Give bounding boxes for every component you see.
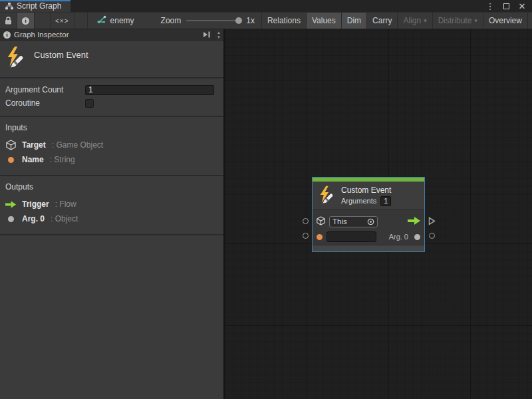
graph-nodes-icon xyxy=(97,15,106,26)
input-port-name[interactable] xyxy=(303,233,309,239)
lock-button[interactable] xyxy=(0,13,17,29)
output-port-trigger: Trigger : Flow xyxy=(5,197,218,211)
node-row-target: This xyxy=(317,215,420,227)
argument-count-label: Argument Count xyxy=(5,85,85,94)
lock-icon xyxy=(5,17,12,25)
object-value-dot-icon xyxy=(414,234,420,240)
argument-count-input[interactable] xyxy=(85,85,214,95)
node-arg0-label: Arg. 0 xyxy=(389,233,408,241)
close-icon[interactable]: ✕ xyxy=(517,1,527,11)
game-object-cube-icon xyxy=(5,140,16,150)
menu-icon[interactable]: ⋮ xyxy=(485,1,495,11)
outputs-title: Outputs xyxy=(5,182,218,192)
flow-arrow-icon xyxy=(408,217,420,227)
coroutine-row: Coroutine xyxy=(5,96,217,110)
toolbar-left-group: i <×> xyxy=(0,13,88,29)
node-title: Custom Event xyxy=(341,186,391,195)
object-picker-icon[interactable] xyxy=(367,218,374,225)
flow-arrow-icon xyxy=(5,201,16,208)
target-self-dropdown[interactable]: This xyxy=(329,216,378,227)
graph-toolbar: i <×> enemy Zoom 1 xyxy=(0,12,532,29)
tab-title: Script Graph xyxy=(17,1,61,11)
dim-button[interactable]: Dim xyxy=(342,13,367,29)
panel-scroll-spinner[interactable]: ▲ ▼ xyxy=(213,29,223,40)
graph-breadcrumb[interactable]: enemy xyxy=(88,13,144,29)
coroutine-checkbox[interactable] xyxy=(85,99,94,108)
zoom-control: Zoom 1x xyxy=(144,13,261,29)
zoom-label: Zoom xyxy=(161,16,182,25)
string-value-dot-icon xyxy=(317,234,323,240)
event-name-field[interactable] xyxy=(327,231,376,242)
code-preview-button[interactable]: <×> xyxy=(51,13,74,29)
game-object-cube-icon xyxy=(317,216,325,227)
inspector-toggle-button[interactable]: i xyxy=(17,13,35,29)
values-button[interactable]: Values xyxy=(307,13,342,29)
input-port-target[interactable] xyxy=(303,218,309,224)
graph-canvas[interactable]: Custom Event Arguments 1 xyxy=(223,29,532,399)
graph-inspector-panel: i Graph Inspector ▲ ▼ xyxy=(0,29,223,399)
coroutine-label: Coroutine xyxy=(5,98,85,108)
unit-settings-block: Argument Count Coroutine xyxy=(0,78,223,117)
tab-bar: Script Graph ⋮ ✕ xyxy=(0,0,532,12)
inputs-section: Inputs Target : Game Object Name : Strin… xyxy=(0,117,223,176)
output-port-arg0[interactable] xyxy=(429,233,435,239)
output-port-trigger[interactable] xyxy=(428,217,436,227)
code-icon: <×> xyxy=(55,17,69,25)
inputs-title: Inputs xyxy=(5,123,218,132)
inspector-empty-area xyxy=(0,235,223,399)
node-row-arg0: Arg. 0 xyxy=(317,231,420,243)
node-arguments-label: Arguments xyxy=(341,197,376,205)
node-arguments-field[interactable]: 1 xyxy=(380,196,391,206)
string-value-dot-icon xyxy=(5,157,16,163)
spinner-down-icon[interactable]: ▼ xyxy=(217,35,221,39)
graph-inspector-header: i Graph Inspector ▲ ▼ xyxy=(0,29,223,41)
node-body: This xyxy=(313,210,424,247)
outputs-section: Outputs Trigger : Flow Arg. 0 : Object xyxy=(0,176,223,235)
full-screen-button[interactable]: Full Screen xyxy=(528,13,532,29)
active-tab-indicator xyxy=(0,0,70,1)
custom-event-node[interactable]: Custom Event Arguments 1 xyxy=(312,177,425,252)
object-value-dot-icon xyxy=(5,216,16,222)
script-graph-window: Script Graph ⋮ ✕ i <×> xyxy=(0,0,532,399)
zoom-level: 1x xyxy=(246,16,255,25)
input-port-target: Target : Game Object xyxy=(5,138,218,152)
maximize-icon[interactable] xyxy=(501,1,511,11)
distribute-dropdown-button[interactable]: Distribute ▾ xyxy=(433,13,483,29)
align-dropdown-button[interactable]: Align ▾ xyxy=(398,13,432,29)
chevron-down-icon: ▾ xyxy=(424,17,427,24)
window-controls: ⋮ ✕ xyxy=(485,0,532,12)
chevron-down-icon: ▾ xyxy=(474,17,477,24)
custom-event-icon xyxy=(318,186,335,206)
info-icon: i xyxy=(3,31,11,39)
graph-tree-icon xyxy=(5,3,13,10)
zoom-slider-handle[interactable] xyxy=(235,17,242,24)
dock-panel-icon[interactable] xyxy=(200,29,213,40)
node-header[interactable]: Custom Event Arguments 1 xyxy=(313,182,424,209)
spinner-up-icon[interactable]: ▲ xyxy=(217,31,221,35)
output-port-arg0: Arg. 0 : Object xyxy=(5,211,218,226)
graph-name-label: enemy xyxy=(110,16,134,25)
argument-count-row: Argument Count xyxy=(5,83,217,96)
custom-event-icon xyxy=(5,46,25,70)
graph-inspector-title: Graph Inspector xyxy=(14,31,68,39)
input-port-name: Name : String xyxy=(5,152,218,167)
carry-button[interactable]: Carry xyxy=(367,13,398,29)
relations-button[interactable]: Relations xyxy=(262,13,307,29)
node-footer xyxy=(313,245,424,251)
unit-title: Custom Event xyxy=(34,50,88,60)
toolbar-right-group: Relations Values Dim Carry Align ▾ Distr… xyxy=(261,13,532,29)
unit-title-block: Custom Event xyxy=(0,41,223,78)
zoom-slider[interactable] xyxy=(186,20,241,21)
overview-button[interactable]: Overview xyxy=(483,13,528,29)
info-icon: i xyxy=(22,17,29,25)
tab-script-graph[interactable]: Script Graph xyxy=(0,0,70,12)
